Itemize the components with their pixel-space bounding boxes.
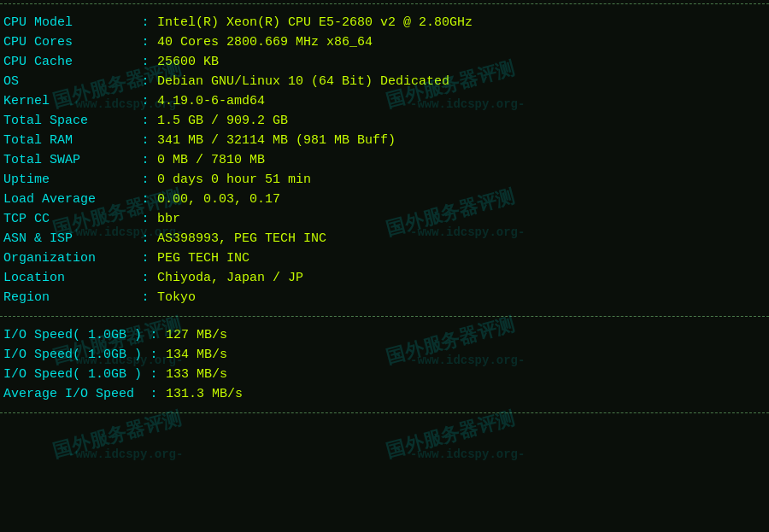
system-colon: : (137, 13, 154, 32)
io-info-row: I/O Speed( 1.0GB ) : 127 MB/s (0, 325, 769, 345)
system-label: Load Average (0, 190, 137, 209)
system-value: bbr (154, 209, 769, 229)
system-colon: : (137, 229, 154, 248)
middle-divider (0, 316, 769, 317)
system-value: 341 MB / 32114 MB (981 MB Buff) (154, 131, 769, 150)
system-info-row: Uptime : 0 days 0 hour 51 min (0, 170, 769, 190)
system-label: CPU Model (0, 13, 137, 32)
system-value: 40 Cores 2800.669 MHz x86_64 (154, 32, 769, 52)
system-info-row: OS : Debian GNU/Linux 10 (64 Bit) Dedica… (0, 72, 769, 91)
watermark-8: 国外服务器评测 (384, 406, 518, 465)
system-value: Debian GNU/Linux 10 (64 Bit) Dedicated (154, 72, 769, 91)
system-label: CPU Cache (0, 52, 137, 72)
io-info-row: I/O Speed( 1.0GB ) : 133 MB/s (0, 365, 769, 384)
io-info-row: Average I/O Speed : 131.3 MB/s (0, 384, 769, 404)
io-value: 134 MB/s (162, 345, 769, 365)
system-value: 0 days 0 hour 51 min (154, 170, 769, 190)
io-colon: : (145, 345, 162, 365)
system-label: Organization (0, 248, 137, 268)
system-colon: : (137, 170, 154, 190)
system-value: Intel(R) Xeon(R) CPU E5-2680 v2 @ 2.80GH… (154, 13, 769, 32)
system-value: 4.19.0-6-amd64 (154, 91, 769, 111)
watermark-url-7: -www.idcspy.org- (68, 447, 183, 461)
system-colon: : (137, 288, 154, 307)
system-info-row: Total SWAP : 0 MB / 7810 MB (0, 150, 769, 170)
system-label: Uptime (0, 170, 137, 190)
io-label: I/O Speed( 1.0GB ) (0, 365, 145, 384)
system-label: CPU Cores (0, 32, 137, 52)
io-speed-table: I/O Speed( 1.0GB ) : 127 MB/s I/O Speed(… (0, 325, 769, 404)
system-info-row: Total RAM : 341 MB / 32114 MB (981 MB Bu… (0, 131, 769, 150)
system-colon: : (137, 268, 154, 288)
system-info-row: Kernel : 4.19.0-6-amd64 (0, 91, 769, 111)
io-label: I/O Speed( 1.0GB ) (0, 325, 145, 345)
system-info-section: CPU Model : Intel(R) Xeon(R) CPU E5-2680… (0, 8, 769, 313)
system-info-row: Location : Chiyoda, Japan / JP (0, 268, 769, 288)
system-value: Tokyo (154, 288, 769, 307)
system-info-row: Organization : PEG TECH INC (0, 248, 769, 268)
system-colon: : (137, 209, 154, 229)
system-colon: : (137, 111, 154, 131)
top-divider (0, 3, 769, 4)
system-info-row: CPU Model : Intel(R) Xeon(R) CPU E5-2680… (0, 13, 769, 32)
system-colon: : (137, 91, 154, 111)
io-colon: : (145, 365, 162, 384)
io-info-row: I/O Speed( 1.0GB ) : 134 MB/s (0, 345, 769, 365)
io-value: 127 MB/s (162, 325, 769, 345)
system-value: 1.5 GB / 909.2 GB (154, 111, 769, 131)
io-value: 131.3 MB/s (162, 384, 769, 404)
io-colon: : (145, 384, 162, 404)
system-label: TCP CC (0, 209, 137, 229)
io-value: 133 MB/s (162, 365, 769, 384)
system-colon: : (137, 131, 154, 150)
io-label: Average I/O Speed (0, 384, 145, 404)
system-info-row: Load Average : 0.00, 0.03, 0.17 (0, 190, 769, 209)
bottom-divider (0, 412, 769, 413)
system-info-row: CPU Cache : 25600 KB (0, 52, 769, 72)
system-label: Kernel (0, 91, 137, 111)
system-colon: : (137, 190, 154, 209)
system-value: 0.00, 0.03, 0.17 (154, 190, 769, 209)
system-colon: : (137, 150, 154, 170)
io-speed-section: I/O Speed( 1.0GB ) : 127 MB/s I/O Speed(… (0, 320, 769, 409)
system-info-row: TCP CC : bbr (0, 209, 769, 229)
system-colon: : (137, 32, 154, 52)
system-colon: : (137, 248, 154, 268)
system-label: Total Space (0, 111, 137, 131)
system-label: Location (0, 268, 137, 288)
system-label: Total SWAP (0, 150, 137, 170)
system-info-row: CPU Cores : 40 Cores 2800.669 MHz x86_64 (0, 32, 769, 52)
system-label: Total RAM (0, 131, 137, 150)
system-value: AS398993, PEG TECH INC (154, 229, 769, 248)
system-label: Region (0, 288, 137, 307)
system-info-row: Total Space : 1.5 GB / 909.2 GB (0, 111, 769, 131)
system-info-table: CPU Model : Intel(R) Xeon(R) CPU E5-2680… (0, 13, 769, 307)
system-info-row: Region : Tokyo (0, 288, 769, 307)
io-label: I/O Speed( 1.0GB ) (0, 345, 145, 365)
system-label: OS (0, 72, 137, 91)
system-colon: : (137, 72, 154, 91)
watermark-7: 国外服务器评测 (50, 406, 185, 465)
system-value: 25600 KB (154, 52, 769, 72)
main-container: 国外服务器评测 国外服务器评测 国外服务器评测 国外服务器评测 国外服务器评测 … (0, 3, 769, 532)
system-label: ASN & ISP (0, 229, 137, 248)
watermark-url-8: -www.idcspy.org- (410, 447, 525, 461)
system-value: PEG TECH INC (154, 248, 769, 268)
system-colon: : (137, 52, 154, 72)
system-info-row: ASN & ISP : AS398993, PEG TECH INC (0, 229, 769, 248)
io-colon: : (145, 325, 162, 345)
system-value: 0 MB / 7810 MB (154, 150, 769, 170)
system-value: Chiyoda, Japan / JP (154, 268, 769, 288)
